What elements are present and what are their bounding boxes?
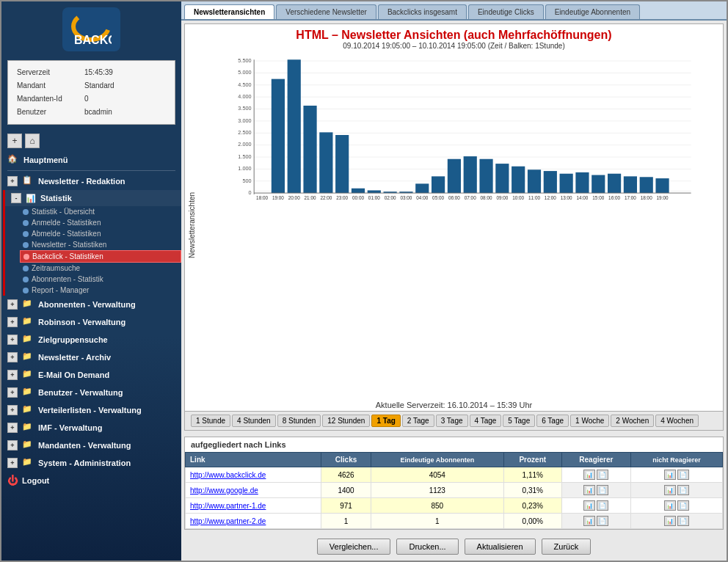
time-btn-1tag[interactable]: 1 Tag — [371, 415, 400, 427]
reagierer-cell: 📊 📄 — [561, 514, 630, 529]
sidebar-item-mandanten-verwaltung[interactable]: + 📁 Mandanten - Verwaltung — [1, 437, 181, 454]
sidebar-item-hauptmenu-label: Hauptmenü — [23, 156, 68, 164]
toolbar-icon-plus[interactable]: + — [7, 134, 22, 148]
sidebar-item-zielgruppensuche[interactable]: + 📁 Zielgruppensuche — [1, 331, 181, 348]
vergleichen-button[interactable]: Vergleichen... — [317, 539, 391, 555]
time-btn-4stunden[interactable]: 4 Stunden — [232, 415, 276, 427]
export-icon[interactable]: 📄 — [597, 485, 608, 495]
tab-eindeutige-clicks[interactable]: Eindeutige Clicks — [468, 4, 544, 19]
export-icon-2[interactable]: 📄 — [677, 500, 689, 511]
export-icon[interactable]: 📄 — [597, 470, 608, 480]
export-icon-2[interactable]: 📄 — [677, 485, 689, 495]
logout-label: Logout — [22, 476, 49, 485]
sidebar-item-imf-label: IMF - Verwaltung — [38, 423, 102, 432]
link-cell[interactable]: http://www.google.de — [186, 483, 321, 498]
sidebar-item-newsletter-redaktion-label: Newsletter - Redaktion — [38, 177, 125, 186]
statistik-expand-icon: - — [11, 193, 21, 203]
bar-chart-icon[interactable]: 📊 — [583, 485, 595, 495]
sidebar-item-email-on-demand[interactable]: + 📁 E-Mail On Demand — [1, 366, 181, 384]
expand-icon: + — [7, 352, 18, 362]
sidebar-item-system-administration[interactable]: + 📁 System - Administration — [1, 454, 181, 472]
export-icon-2[interactable]: 📄 — [677, 516, 689, 526]
link-cell[interactable]: http://www.backclick.de — [186, 467, 321, 483]
sidebar-item-newsletter-redaktion[interactable]: + 📋 Newsletter - Redaktion — [1, 172, 181, 190]
svg-text:05:00: 05:00 — [432, 195, 444, 200]
time-btn-8stunden[interactable]: 8 Stunden — [277, 415, 321, 427]
time-btn-1woche[interactable]: 1 Woche — [570, 415, 609, 427]
svg-rect-62 — [544, 171, 557, 193]
time-btn-1stunde[interactable]: 1 Stunde — [191, 415, 230, 427]
tab-newsletteransichten[interactable]: Newsletteransichten — [184, 4, 274, 19]
sub-item-backclick-statistiken[interactable]: Backclick - Statistiken — [20, 250, 181, 263]
bar-chart-icon[interactable]: 📊 — [583, 516, 595, 526]
svg-rect-30 — [288, 59, 301, 193]
tab-eindeutige-abonnenten[interactable]: Eindeutige Abonnenten — [545, 4, 640, 19]
bar-chart-icon[interactable]: 📊 — [583, 500, 595, 511]
svg-text:18:00: 18:00 — [641, 195, 652, 200]
nicht-reagierer-cell: 📊 📄 — [630, 514, 722, 529]
y-axis-label: Newsletteransichten — [185, 54, 199, 396]
time-btn-3tage[interactable]: 3 Tage — [436, 415, 468, 427]
aktualisieren-button[interactable]: Aktualisieren — [465, 539, 536, 555]
chart-title: HTML – Newsletter Ansichten (auch Mehrfa… — [185, 29, 723, 42]
svg-text:22:00: 22:00 — [320, 195, 332, 200]
svg-text:5.000: 5.000 — [238, 69, 251, 76]
bar-chart-icon-2[interactable]: 📊 — [664, 470, 676, 480]
sidebar-item-newsletter-archiv[interactable]: + 📁 Newsletter - Archiv — [1, 348, 181, 366]
bar-chart-icon-2[interactable]: 📊 — [664, 500, 676, 511]
sidebar-item-imf-verwaltung[interactable]: + 📁 IMF - Verwaltung — [1, 419, 181, 437]
svg-rect-28 — [272, 79, 285, 193]
sidebar-item-robinson-verwaltung[interactable]: + 📁 Robinson - Verwaltung — [1, 313, 181, 331]
zurueck-button[interactable]: Zurück — [542, 539, 592, 555]
bar-chart-icon-2[interactable]: 📊 — [664, 516, 676, 526]
link-cell[interactable]: http://www.partner-2.de — [186, 514, 321, 529]
svg-text:12:00: 12:00 — [545, 195, 556, 200]
tab-backclicks-insgesamt[interactable]: Backclicks insgesamt — [378, 4, 467, 19]
sub-item-newsletter-statistiken[interactable]: Newsletter - Statistiken — [20, 239, 181, 250]
expand-icon: + — [7, 335, 18, 345]
sub-item-abmelde-statistiken[interactable]: Abmelde - Statistiken — [20, 228, 181, 239]
sidebar-item-logout[interactable]: ⏻ Logout — [1, 472, 181, 489]
export-icon-2[interactable]: 📄 — [677, 470, 689, 480]
th-prozent: Prozent — [503, 453, 561, 467]
svg-text:2.500: 2.500 — [238, 129, 251, 136]
time-btn-6tage[interactable]: 6 Tage — [536, 415, 569, 427]
export-icon[interactable]: 📄 — [597, 516, 608, 526]
sidebar-item-verteilerlisten[interactable]: + 📁 Verteilerlisten - Verwaltung — [1, 401, 181, 419]
time-btn-12stunden[interactable]: 12 Stunden — [322, 415, 370, 427]
svg-text:08:00: 08:00 — [481, 195, 492, 200]
reagierer-cell: 📊 📄 — [561, 498, 630, 514]
svg-text:0: 0 — [248, 189, 251, 196]
sidebar-item-statistik[interactable]: - 📊 Statistik — [5, 190, 181, 206]
sub-item-anmelde-statistiken[interactable]: Anmelde - Statistiken — [20, 217, 181, 228]
benutzer-icon: 📁 — [22, 387, 34, 398]
time-btn-4wochen[interactable]: 4 Wochen — [655, 415, 699, 427]
sub-item-zeitraumsuche[interactable]: Zeitraumsuche — [20, 263, 181, 274]
bar-chart-icon-2[interactable]: 📊 — [664, 485, 676, 495]
time-btn-4tage[interactable]: 4 Tage — [470, 415, 502, 427]
link-cell[interactable]: http://www.partner-1.de — [186, 498, 321, 514]
svg-text:4.500: 4.500 — [238, 81, 251, 88]
time-btn-5tage[interactable]: 5 Tage — [503, 415, 535, 427]
sidebar-item-hauptmenu[interactable]: 🏠 Hauptmenü — [1, 151, 181, 169]
prozent-cell: 0,00% — [503, 514, 561, 529]
tab-bar: Newsletteransichten Verschiedene Newslet… — [181, 1, 727, 21]
svg-text:03:00: 03:00 — [400, 195, 412, 200]
svg-text:15:00: 15:00 — [592, 195, 604, 200]
bar-chart-icon[interactable]: 📊 — [583, 470, 595, 480]
drucken-button[interactable]: Drucken... — [396, 539, 458, 555]
svg-text:17:00: 17:00 — [625, 195, 636, 200]
toolbar-icon-home[interactable]: ⌂ — [25, 134, 40, 148]
sidebar-item-abonnenten-label: Abonnenten - Verwaltung — [38, 300, 136, 309]
sub-item-report-manager[interactable]: Report - Manager — [20, 285, 181, 296]
sidebar-item-benutzer-verwaltung[interactable]: + 📁 Benutzer - Verwaltung — [1, 384, 181, 401]
sub-item-statistik-uebersicht[interactable]: Statistik - Übersicht — [20, 206, 181, 217]
table-section: aufgegliedert nach Links Link Clicks Ein… — [184, 437, 724, 530]
time-btn-2wochen[interactable]: 2 Wochen — [611, 415, 654, 427]
imf-icon: 📁 — [22, 422, 34, 434]
export-icon[interactable]: 📄 — [597, 500, 608, 511]
sidebar-item-abonnenten-verwaltung[interactable]: + 📁 Abonnenten - Verwaltung — [1, 296, 181, 313]
tab-verschiedene-newsletter[interactable]: Verschiedene Newsletter — [276, 4, 376, 19]
sub-item-abonnenten-statistik[interactable]: Abonnenten - Statistik — [20, 274, 181, 285]
time-btn-2tage[interactable]: 2 Tage — [402, 415, 434, 427]
